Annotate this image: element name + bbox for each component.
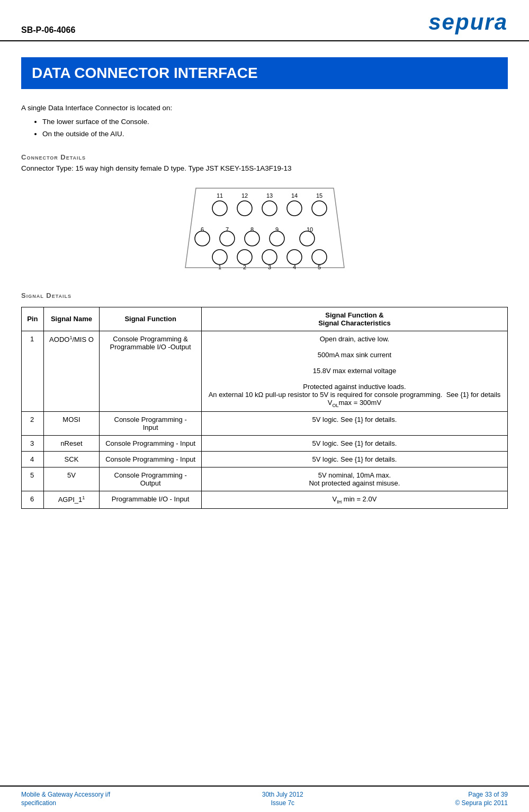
svg-point-17	[220, 231, 235, 246]
bullet-item-2: On the outside of the AIU.	[42, 128, 508, 140]
cell-signal-name-1: AODO1/MIS O	[43, 331, 100, 412]
svg-point-9	[287, 201, 302, 216]
svg-point-24	[287, 250, 302, 264]
bullet-item-1: The lower surface of the Console.	[42, 116, 508, 128]
svg-text:15: 15	[316, 192, 322, 199]
main-content: DATA CONNECTOR INTERFACE A single Data I…	[0, 41, 529, 785]
cell-char-2: 5V logic. See {1} for details.	[201, 412, 507, 436]
connector-diagram: 11 12 13 14 15 6 7 8 9 10	[21, 183, 508, 276]
cell-pin-6: 6	[22, 491, 44, 509]
svg-text:11: 11	[216, 192, 222, 199]
footer-issue: Issue 7c	[262, 799, 303, 807]
cell-pin-2: 2	[22, 412, 44, 436]
table-row: 4 SCK Console Programming - Input 5V log…	[22, 452, 508, 467]
connector-type-text: Connector Type: 15 way high density fema…	[21, 164, 508, 172]
connector-svg: 11 12 13 14 15 6 7 8 9 10	[180, 183, 349, 276]
cell-char-5: 5V nominal, 10mA max.Not protected again…	[201, 467, 507, 491]
svg-point-23	[262, 250, 277, 264]
cell-signal-name-6: AGPI_11	[43, 491, 100, 509]
footer-left: Mobile & Gateway Accessory i/f specifica…	[21, 791, 110, 808]
svg-point-6	[212, 201, 227, 216]
intro-text: A single Data Interface Connector is loc…	[21, 104, 508, 112]
doc-id: SB-P-06-4066	[21, 25, 75, 35]
svg-point-20	[300, 231, 315, 246]
brand-logo: sepura	[428, 10, 508, 35]
table-row: 2 MOSI Console Programming -Input 5V log…	[22, 412, 508, 436]
svg-text:14: 14	[291, 192, 297, 199]
cell-pin-3: 3	[22, 436, 44, 452]
svg-text:5: 5	[317, 264, 320, 270]
page-wrapper: SB-P-06-4066 sepura DATA CONNECTOR INTER…	[0, 0, 529, 812]
bullet-list: The lower surface of the Console. On the…	[42, 116, 508, 140]
page-header: SB-P-06-4066 sepura	[0, 0, 529, 41]
svg-text:13: 13	[266, 192, 272, 199]
cell-function-3: Console Programming - Input	[100, 436, 202, 452]
svg-text:1: 1	[218, 264, 221, 270]
svg-point-22	[237, 250, 252, 264]
footer-copyright: © Sepura plc 2011	[455, 799, 508, 807]
svg-point-21	[212, 250, 227, 264]
footer-left-line2: specification	[21, 799, 110, 807]
col-header-signal-name: Signal Name	[43, 307, 100, 331]
table-row: 5 5V Console Programming -Output 5V nomi…	[22, 467, 508, 491]
svg-point-8	[262, 201, 277, 216]
signal-table: Pin Signal Name Signal Function Signal F…	[21, 307, 508, 509]
cell-function-1: Console Programming &Programmable I/O -O…	[100, 331, 202, 412]
page-footer: Mobile & Gateway Accessory i/f specifica…	[0, 785, 529, 812]
cell-signal-name-5: 5V	[43, 467, 100, 491]
svg-text:3: 3	[267, 264, 271, 270]
footer-date: 30th July 2012	[262, 791, 303, 798]
cell-signal-name-2: MOSI	[43, 412, 100, 436]
signal-section-header: Signal Details	[21, 292, 508, 299]
cell-function-6: Programmable I/O - Input	[100, 491, 202, 509]
footer-left-line1: Mobile & Gateway Accessory i/f	[21, 791, 110, 798]
svg-point-19	[270, 231, 284, 246]
table-row: 6 AGPI_11 Programmable I/O - Input VIH m…	[22, 491, 508, 509]
col-header-signal-function: Signal Function	[100, 307, 202, 331]
svg-point-7	[237, 201, 252, 216]
svg-text:4: 4	[292, 264, 295, 270]
table-row: 1 AODO1/MIS O Console Programming &Progr…	[22, 331, 508, 412]
cell-char-6: VIH min = 2.0V	[201, 491, 507, 509]
svg-point-10	[312, 201, 327, 216]
svg-point-16	[195, 231, 210, 246]
cell-signal-name-3: nReset	[43, 436, 100, 452]
cell-signal-name-4: SCK	[43, 452, 100, 467]
svg-point-25	[312, 250, 327, 264]
cell-pin-5: 5	[22, 467, 44, 491]
footer-page: Page 33 of 39	[455, 791, 508, 798]
svg-text:2: 2	[243, 264, 246, 270]
cell-char-3: 5V logic. See {1} for details.	[201, 436, 507, 452]
cell-function-4: Console Programming - Input	[100, 452, 202, 467]
col-header-characteristics: Signal Function &Signal Characteristics	[201, 307, 507, 331]
cell-char-4: 5V logic. See {1} for details.	[201, 452, 507, 467]
cell-pin-4: 4	[22, 452, 44, 467]
connector-section-header: Connector Details	[21, 153, 508, 161]
footer-center: 30th July 2012 Issue 7c	[262, 791, 303, 808]
table-row: 3 nReset Console Programming - Input 5V …	[22, 436, 508, 452]
cell-pin-1: 1	[22, 331, 44, 412]
footer-right: Page 33 of 39 © Sepura plc 2011	[455, 791, 508, 808]
section-banner: DATA CONNECTOR INTERFACE	[21, 57, 508, 89]
cell-function-5: Console Programming -Output	[100, 467, 202, 491]
svg-text:12: 12	[241, 192, 247, 199]
cell-char-1: Open drain, active low. 500mA max sink c…	[201, 331, 507, 412]
cell-function-2: Console Programming -Input	[100, 412, 202, 436]
svg-point-18	[245, 231, 259, 246]
col-header-pin: Pin	[22, 307, 44, 331]
